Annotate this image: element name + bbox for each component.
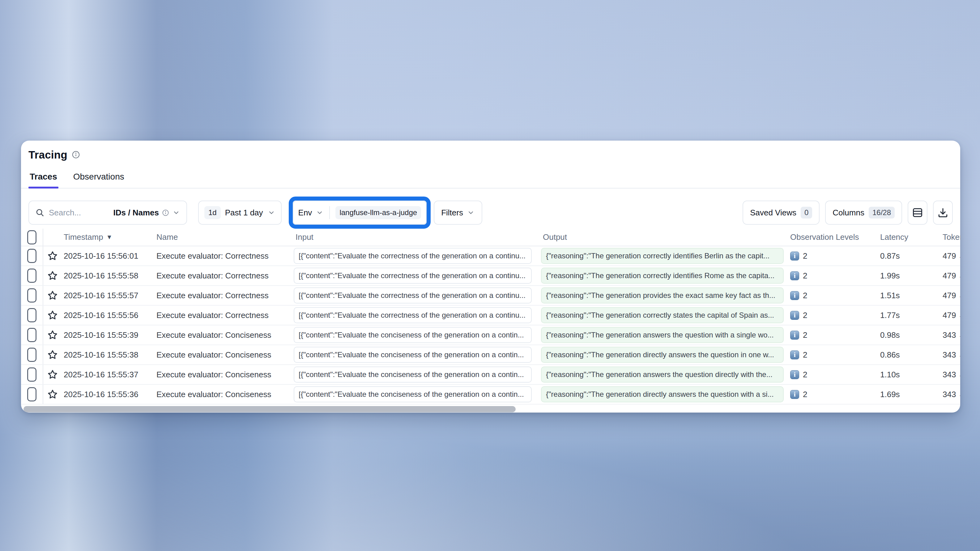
table-row[interactable]: 2025-10-16 15:55:58 Execute evaluator: C…: [21, 266, 960, 286]
tab-observations[interactable]: Observations: [72, 169, 126, 188]
output-preview[interactable]: {"reasoning":"The generation directly an…: [541, 386, 784, 402]
row-checkbox[interactable]: [27, 249, 37, 263]
input-preview[interactable]: [{"content":"Evaluate the conciseness of…: [294, 367, 532, 383]
input-preview[interactable]: [{"content":"Evaluate the correctness of…: [294, 268, 532, 284]
table-row[interactable]: 2025-10-16 15:55:39 Execute evaluator: C…: [21, 326, 960, 345]
timestamp-cell: 2025-10-16 15:55:56: [62, 311, 154, 320]
table-row[interactable]: 2025-10-16 15:55:36 Execute evaluator: C…: [21, 385, 960, 405]
columns-button[interactable]: Columns 16/28: [825, 200, 902, 225]
table-body: 2025-10-16 15:56:01 Execute evaluator: C…: [21, 246, 960, 405]
table-row[interactable]: 2025-10-16 15:55:56 Execute evaluator: C…: [21, 306, 960, 326]
table-header-row: Timestamp ▼ Name Input Output Observatio…: [21, 229, 960, 246]
export-button[interactable]: [933, 200, 953, 225]
tokens-cell: 479 →: [913, 251, 960, 261]
search-icon: [35, 208, 45, 217]
input-preview[interactable]: [{"content":"Evaluate the correctness of…: [294, 307, 532, 323]
input-preview[interactable]: [{"content":"Evaluate the conciseness of…: [294, 386, 532, 402]
output-cell: {"reasoning":"The generation directly an…: [541, 347, 787, 363]
star-icon[interactable]: [47, 349, 58, 360]
timestamp-cell: 2025-10-16 15:56:01: [62, 251, 154, 261]
divider: [329, 206, 330, 219]
input-preview[interactable]: [{"content":"Evaluate the correctness of…: [294, 287, 532, 303]
tokens-arrow: →: [958, 330, 960, 340]
output-preview[interactable]: {"reasoning":"The generation directly an…: [541, 347, 784, 363]
column-header-input[interactable]: Input: [294, 232, 541, 242]
row-height-button[interactable]: [908, 200, 928, 225]
star-icon[interactable]: [47, 310, 58, 321]
output-preview[interactable]: {"reasoning":"The generation answers the…: [541, 367, 784, 383]
search-placeholder: Search...: [49, 208, 81, 218]
search-input[interactable]: Search... IDs / Names: [29, 200, 187, 225]
observation-count: 2: [803, 271, 807, 281]
column-header-name[interactable]: Name: [154, 232, 294, 242]
column-header-tokens[interactable]: Tokens: [913, 232, 960, 242]
row-checkbox[interactable]: [27, 288, 37, 303]
search-scope-selector[interactable]: IDs / Names: [113, 208, 180, 218]
tab-traces[interactable]: Traces: [29, 169, 59, 188]
column-header-output[interactable]: Output: [541, 232, 787, 242]
tokens-cell: 479 →: [913, 311, 960, 320]
observation-count: 2: [803, 350, 807, 360]
row-checkbox[interactable]: [27, 367, 37, 382]
column-header-observation-levels[interactable]: Observation Levels: [787, 232, 864, 242]
env-filter-value-badge: langfuse-llm-as-a-judge: [336, 206, 421, 219]
tokens-cell: 343 →: [913, 330, 960, 340]
timestamp-cell: 2025-10-16 15:55:58: [62, 271, 154, 281]
timestamp-cell: 2025-10-16 15:55:36: [62, 390, 154, 399]
output-preview[interactable]: {"reasoning":"The generation correctly i…: [541, 248, 784, 264]
tokens-arrow: →: [958, 350, 960, 359]
output-preview[interactable]: {"reasoning":"The generation answers the…: [541, 327, 784, 343]
table-row[interactable]: 2025-10-16 15:55:57 Execute evaluator: C…: [21, 286, 960, 306]
page-title: Tracing: [29, 149, 67, 161]
star-icon[interactable]: [47, 329, 58, 341]
time-range-label: Past 1 day: [225, 208, 263, 218]
select-all-checkbox[interactable]: [27, 230, 37, 245]
observation-levels-cell: i 2: [787, 390, 864, 399]
row-checkbox[interactable]: [27, 387, 37, 402]
tab-observations-label: Observations: [73, 172, 124, 181]
column-header-latency[interactable]: Latency: [864, 232, 913, 242]
row-checkbox[interactable]: [27, 328, 37, 342]
output-preview[interactable]: {"reasoning":"The generation provides th…: [541, 287, 784, 303]
table-row[interactable]: 2025-10-16 15:55:37 Execute evaluator: C…: [21, 365, 960, 385]
saved-views-button[interactable]: Saved Views 0: [743, 200, 819, 225]
row-bookmark-cell: [43, 329, 62, 341]
row-checkbox[interactable]: [27, 348, 37, 362]
info-level-icon: i: [790, 272, 799, 280]
input-preview[interactable]: [{"content":"Evaluate the conciseness of…: [294, 347, 532, 363]
observation-count: 2: [803, 330, 807, 340]
column-header-timestamp[interactable]: Timestamp ▼: [62, 232, 154, 242]
input-preview[interactable]: [{"content":"Evaluate the correctness of…: [294, 248, 532, 264]
tab-bar: Traces Observations: [21, 169, 960, 189]
star-icon[interactable]: [47, 290, 58, 301]
observation-count: 2: [803, 370, 807, 380]
output-cell: {"reasoning":"The generation directly an…: [541, 386, 787, 402]
env-filter-button[interactable]: Env langfuse-llm-as-a-judge: [293, 200, 427, 225]
info-icon[interactable]: [72, 151, 80, 159]
star-icon[interactable]: [47, 250, 58, 262]
tokens-arrow: →: [958, 370, 960, 379]
row-bookmark-cell: [43, 349, 62, 360]
output-preview[interactable]: {"reasoning":"The generation correctly i…: [541, 268, 784, 284]
scrollbar-thumb[interactable]: [24, 406, 515, 412]
row-checkbox[interactable]: [27, 308, 37, 322]
info-level-icon: i: [790, 311, 799, 320]
row-checkbox[interactable]: [27, 268, 37, 283]
time-range-button[interactable]: 1d Past 1 day: [198, 200, 282, 225]
star-icon[interactable]: [47, 389, 58, 400]
toolbar-right: Saved Views 0 Columns 16/28: [743, 200, 953, 225]
info-level-icon: i: [790, 390, 799, 399]
latency-cell: 0.87s: [864, 251, 913, 261]
star-icon[interactable]: [47, 369, 58, 380]
output-cell: {"reasoning":"The generation answers the…: [541, 367, 787, 383]
table-row[interactable]: 2025-10-16 15:56:01 Execute evaluator: C…: [21, 246, 960, 266]
row-bookmark-cell: [43, 389, 62, 400]
table-row[interactable]: 2025-10-16 15:55:38 Execute evaluator: C…: [21, 345, 960, 365]
input-cell: [{"content":"Evaluate the conciseness of…: [294, 347, 541, 363]
filters-button[interactable]: Filters: [434, 200, 482, 225]
tokens-cell: 479 →: [913, 291, 960, 300]
input-preview[interactable]: [{"content":"Evaluate the conciseness of…: [294, 327, 532, 343]
output-preview[interactable]: {"reasoning":"The generation correctly s…: [541, 307, 784, 323]
tokens-arrow: →: [958, 291, 960, 300]
star-icon[interactable]: [47, 270, 58, 281]
